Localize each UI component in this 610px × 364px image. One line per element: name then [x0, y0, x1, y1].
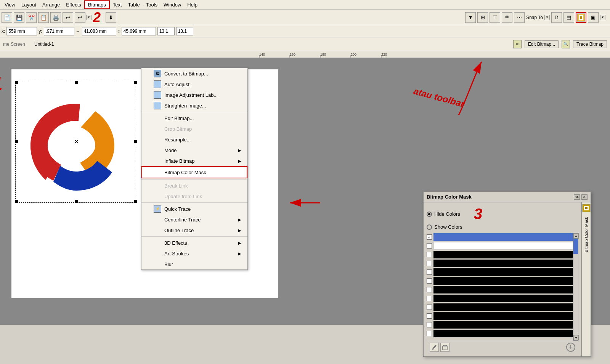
trace-bitmap-icon[interactable]: 🔍 [562, 40, 570, 48]
h-icon: ↕ [118, 29, 120, 34]
menu-help[interactable]: Help [184, 1, 201, 8]
menu-outline-trace[interactable]: Outline Trace ▶ [141, 225, 247, 236]
menu-text[interactable]: Text [110, 1, 125, 8]
tb-dropdown2[interactable]: ▼ [465, 12, 476, 23]
show-colors-radio[interactable] [427, 224, 432, 230]
menu-3d-effects[interactable]: 3D Effects ▶ [141, 237, 247, 248]
menu-update-link: Update from Link [141, 191, 247, 202]
handle-bl[interactable] [15, 200, 18, 203]
menu-quick-trace[interactable]: ⚡ Quick Trace [141, 204, 247, 214]
tb-snap-guide[interactable]: ⊤ [490, 12, 500, 23]
n2-input[interactable] [176, 27, 193, 35]
handle-ml[interactable] [15, 140, 18, 143]
color-row-5 [427, 268, 573, 276]
tb-undo-icon[interactable]: ↩ [63, 12, 73, 23]
menu-centerline-trace[interactable]: Centerline Trace ▶ [141, 214, 247, 225]
tb-snap2[interactable]: ⋯ [514, 12, 525, 23]
color-cb-11[interactable] [427, 322, 432, 327]
tb-dropdown-icon[interactable]: ▼ [86, 15, 92, 20]
edit-bitmap-icon[interactable]: ✏ [513, 40, 522, 48]
menu-edit-bitmap[interactable]: Edit Bitmap... [141, 113, 247, 123]
color-cb-7[interactable] [427, 287, 432, 292]
trace-bitmap-button[interactable]: Trace Bitmap [573, 40, 607, 48]
color-cb-3[interactable] [427, 252, 432, 257]
scroll-thumb[interactable] [573, 239, 578, 254]
tb-snap-grid[interactable]: ⊞ [477, 12, 488, 23]
bcm-close-button[interactable]: ✕ [581, 194, 588, 200]
tb-layout[interactable]: ▤ [563, 12, 574, 23]
menu-tools[interactable]: Tools [143, 1, 161, 8]
menu-blur[interactable]: Blur [141, 259, 247, 269]
color-cb-4[interactable] [427, 261, 432, 266]
bcm-add-button[interactable]: + [566, 343, 575, 352]
bcm-body: Hide Colors 3 Show Colors [424, 202, 591, 356]
w-input[interactable] [82, 27, 116, 35]
arrow-indicator [286, 195, 324, 212]
edit-label: Edit Bitmap... [164, 115, 241, 121]
tb-undo2-icon[interactable]: ↩ [75, 12, 85, 23]
handle-tm[interactable] [75, 81, 78, 84]
color-cb-2[interactable] [427, 243, 432, 249]
menu-effects[interactable]: Effects [63, 1, 84, 8]
bcm-eyedropper-button[interactable] [430, 343, 439, 352]
color-swatch-6 [433, 277, 573, 285]
y-input[interactable] [44, 27, 74, 35]
tb-print-icon[interactable]: 🖨️ [50, 12, 61, 23]
properties-bar: x: y: ↔ ↕ [0, 25, 610, 37]
color-row-4 [427, 259, 573, 268]
menu-arrange[interactable]: Arrange [39, 1, 63, 8]
tb-save-icon[interactable]: 💾 [14, 12, 24, 23]
tb-highlighted-icon[interactable] [576, 12, 586, 23]
color-cb-5[interactable] [427, 269, 432, 275]
tb-import-icon[interactable]: ⬇ [106, 12, 116, 23]
tb-eye-icon[interactable]: 👁 [502, 12, 512, 23]
bcm-side-tab[interactable]: Bitmap Color Mask [581, 202, 591, 356]
hide-colors-radio[interactable] [427, 212, 432, 217]
menu-table[interactable]: Table [125, 1, 143, 8]
mode-icon [154, 146, 161, 154]
menu-mode[interactable]: Mode ▶ [141, 145, 247, 156]
scroll-down-button[interactable]: ▼ [573, 335, 579, 340]
tb-file-icon[interactable]: 📄 [2, 12, 12, 23]
color-cb-10[interactable] [427, 313, 432, 319]
color-scrollbar[interactable]: ▲ ▼ [573, 233, 578, 341]
color-cb-8[interactable] [427, 296, 432, 301]
color-cb-12[interactable] [427, 331, 432, 336]
menubar: View Layout Arrange Effects Bitmaps Text… [0, 0, 610, 10]
tb-last[interactable]: ▣ [588, 12, 599, 23]
color-cb-1[interactable] [427, 234, 432, 240]
handle-mr[interactable] [134, 140, 137, 143]
color-cb-6[interactable] [427, 278, 432, 284]
tb-scissors-icon[interactable]: ✂️ [26, 12, 37, 23]
bcm-delete-button[interactable] [440, 343, 449, 352]
handle-tl[interactable] [15, 81, 18, 84]
x-input[interactable] [6, 27, 37, 35]
menu-resample[interactable]: Resample... [141, 134, 247, 145]
menu-straighten[interactable]: Straighten Image... [141, 100, 247, 111]
h-input[interactable] [122, 27, 156, 35]
handle-br[interactable] [134, 200, 137, 203]
menu-window[interactable]: Window [161, 1, 184, 8]
menu-convert-bitmap[interactable]: 🖼 Convert to Bitmap... [141, 68, 247, 79]
menu-image-adjust[interactable]: Image Adjustment Lab... [141, 90, 247, 100]
color-cb-9[interactable] [427, 305, 432, 310]
bcm-pin-button[interactable]: ≫ [574, 194, 580, 200]
scroll-up-button[interactable]: ▲ [573, 233, 579, 239]
edit-bitmap-button[interactable]: Edit Bitmap... [525, 40, 559, 48]
n1-input[interactable] [157, 27, 175, 35]
menu-art-strokes[interactable]: Art Strokes ▶ [141, 248, 247, 259]
snap-dropdown[interactable]: ▼ [544, 15, 550, 20]
tb-dropdown3[interactable]: ▼ [600, 15, 605, 20]
menu-layout[interactable]: Layout [18, 1, 39, 8]
bcm-side-label[interactable]: Bitmap Color Mask [583, 214, 590, 255]
menu-bitmaps[interactable]: Bitmaps [84, 0, 110, 9]
menu-auto-adjust[interactable]: Auto Adjust [141, 79, 247, 90]
tb-pages[interactable]: 🗋 [551, 12, 562, 23]
menu-view[interactable]: View [2, 1, 18, 8]
handle-tr[interactable] [134, 81, 137, 84]
menu-inflate[interactable]: Inflate Bitmap ▶ [141, 156, 247, 166]
tb-copy-icon[interactable]: 📋 [38, 12, 49, 23]
menu-bitmap-color-mask[interactable]: Bitmap Color Mask [141, 166, 247, 178]
svg-rect-17 [432, 349, 433, 350]
handle-bm[interactable] [75, 200, 78, 203]
